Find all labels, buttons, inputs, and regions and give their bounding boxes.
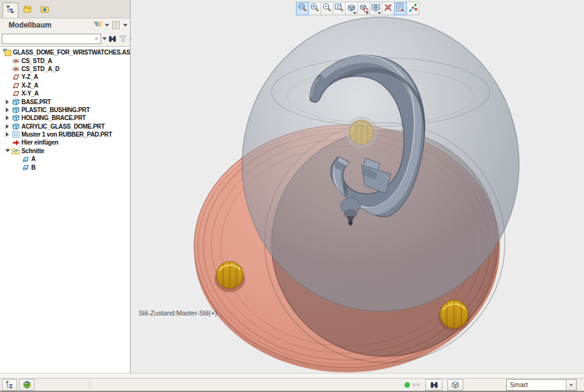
zoom-out-button[interactable] xyxy=(320,2,333,15)
annotation-display-button[interactable] xyxy=(394,2,407,15)
3d-viewport[interactable]: Stil-Zustand:Master-Stil(+) xyxy=(131,0,584,373)
tree-item[interactable]: A xyxy=(0,155,130,163)
tree-item-label: X-Z_A xyxy=(20,82,38,89)
tree-item[interactable]: PLASTIC_BUSHING.PRT xyxy=(0,106,130,114)
zoom-region-button[interactable] xyxy=(296,2,309,15)
tree-item[interactable]: GLASS_DOME_FOR_WRISTWATCHES.ASM xyxy=(0,48,130,56)
refit-button[interactable] xyxy=(333,2,346,15)
tree-item[interactable]: B xyxy=(0,163,130,171)
panel-title: Modellbaum xyxy=(9,21,51,29)
tree-expander[interactable] xyxy=(4,149,11,153)
navigator-header: Modellbaum xyxy=(0,18,130,32)
tree-item-label: Hier einfügen xyxy=(20,139,58,146)
view-manager-button[interactable] xyxy=(357,2,370,15)
status-dot xyxy=(417,383,420,386)
toggle-model-tree-button[interactable] xyxy=(2,379,17,391)
status-bar-divider xyxy=(89,380,90,390)
tree-columns-button[interactable] xyxy=(110,20,121,31)
annotation-display-icon xyxy=(395,2,406,15)
tree-item-label: X-Y_A xyxy=(20,90,39,97)
tree-item-label: CS_STD_A xyxy=(20,58,52,64)
tree-item[interactable]: Hier einfügen xyxy=(0,138,130,146)
tree-item[interactable]: HOLDING_BRACE.PRT xyxy=(0,114,130,122)
datum-plane-icon xyxy=(11,73,20,81)
tree-item-label: BASE.PRT xyxy=(20,99,51,105)
tree-item[interactable]: ACRYLIC_GLASS_DOME.PRT xyxy=(0,123,130,130)
datum-plane-icon xyxy=(11,81,20,89)
part-icon xyxy=(11,98,20,106)
display-style-button[interactable] xyxy=(370,2,382,15)
display-style-button-caret[interactable] xyxy=(377,12,381,14)
tree-item-label: CS_STD_A_D xyxy=(20,66,59,72)
model-render xyxy=(131,0,584,373)
style-state-label: Stil-Zustand:Master-Stil(+) xyxy=(138,309,217,317)
spin-center-icon xyxy=(408,2,418,15)
datum-display-button[interactable] xyxy=(382,2,395,15)
search-input-wrap: × xyxy=(2,34,101,44)
tree-expander[interactable] xyxy=(4,115,11,121)
navigator-tree-icon xyxy=(6,4,15,17)
tree-search-input[interactable] xyxy=(2,35,92,43)
assembly-icon xyxy=(2,48,12,56)
horizontal-splitter[interactable] xyxy=(0,373,584,378)
datum-plane-icon xyxy=(11,89,20,97)
tree-item-label: ACRYLIC_GLASS_DOME.PRT xyxy=(20,123,105,130)
search-options-caret[interactable] xyxy=(102,34,107,43)
folder-browser-tab[interactable] xyxy=(20,2,36,18)
model-tree: GLASS_DOME_FOR_WRISTWATCHES.ASMCS_STD_AC… xyxy=(0,46,130,373)
model-display-button[interactable] xyxy=(447,379,463,391)
selection-filter-value: Smart xyxy=(507,381,566,388)
tree-expander[interactable] xyxy=(4,132,11,137)
status-indicator xyxy=(404,382,410,388)
toggle-browser-button[interactable] xyxy=(19,379,34,391)
tree-filters-button-caret[interactable] xyxy=(104,21,109,29)
model-tree-tab[interactable] xyxy=(2,2,18,18)
favorites-tab[interactable] xyxy=(37,2,53,18)
tree-item-label: A xyxy=(30,156,36,162)
zoom-in-button[interactable] xyxy=(308,2,321,15)
tree-item[interactable]: X-Y_A xyxy=(0,89,130,97)
tree-item-label: PLASTIC_BUSHING.PRT xyxy=(20,107,90,113)
refit-icon xyxy=(334,2,344,15)
saved-views-button-caret[interactable] xyxy=(353,12,357,14)
tree-item[interactable]: Muster 1 von RUBBER_PAD.PRT xyxy=(0,130,130,138)
pattern-icon xyxy=(11,130,20,138)
tree-item[interactable]: X-Z_A xyxy=(0,81,130,89)
clear-search-icon[interactable]: × xyxy=(92,35,100,42)
status-bar: Smart ▼ xyxy=(0,378,584,392)
find-button[interactable] xyxy=(425,379,442,391)
tree-search-row: × xyxy=(0,32,130,45)
tree-item-label: GLASS_DOME_FOR_WRISTWATCHES.ASM xyxy=(12,49,130,56)
tree-item[interactable]: Schnitte xyxy=(0,147,130,155)
folder-stack-icon xyxy=(23,4,32,17)
tree-columns-button-caret[interactable] xyxy=(123,21,127,29)
tree-filter-icon[interactable] xyxy=(118,34,127,43)
part-icon xyxy=(11,123,20,130)
spin-center-button[interactable] xyxy=(406,2,419,15)
view-manager-button-caret[interactable] xyxy=(365,12,369,14)
status-dot xyxy=(412,383,415,386)
tree-item[interactable]: Y-Z_A xyxy=(0,73,130,81)
insert-here-icon xyxy=(11,138,20,146)
tree-expander[interactable] xyxy=(4,99,11,105)
tree-item-label: Schnitte xyxy=(20,148,44,154)
sections-folder-icon xyxy=(11,147,20,155)
tree-item[interactable]: CS_STD_A xyxy=(0,56,130,64)
tree-item[interactable]: CS_STD_A_D xyxy=(0,65,130,73)
zoom-out-icon xyxy=(322,2,332,15)
zoom-region-icon xyxy=(297,2,308,15)
zoom-in-icon xyxy=(309,2,320,15)
tree-expander[interactable] xyxy=(4,107,11,113)
csys-icon xyxy=(11,57,20,65)
selection-filter-caret: ▼ xyxy=(566,380,576,390)
tree-item-label: HOLDING_BRACE.PRT xyxy=(20,115,86,121)
tree-filters-button[interactable] xyxy=(92,20,103,31)
tree-item[interactable]: BASE.PRT xyxy=(0,97,130,105)
tree-expander[interactable] xyxy=(4,124,11,129)
selection-filter-select[interactable]: Smart ▼ xyxy=(506,379,577,391)
part-icon xyxy=(11,114,20,122)
tree-item-label: Muster 1 von RUBBER_PAD.PRT xyxy=(20,131,112,138)
tree-item-label: Y-Z_A xyxy=(20,74,38,80)
saved-views-button[interactable] xyxy=(345,2,358,15)
find-in-tree-icon[interactable] xyxy=(108,34,117,43)
